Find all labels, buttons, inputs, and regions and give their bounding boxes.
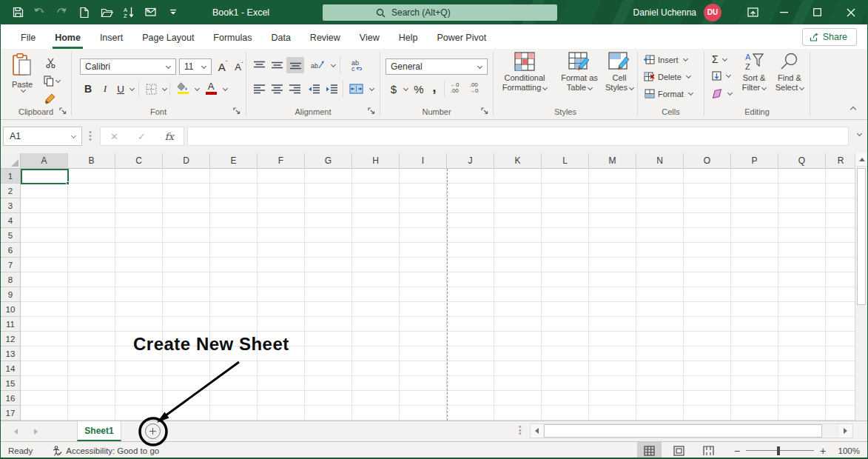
maximize-button[interactable] — [801, 0, 834, 24]
clear-button[interactable] — [711, 89, 732, 98]
clipboard-dialog-launcher[interactable] — [59, 107, 68, 116]
cell-c16[interactable] — [115, 391, 163, 406]
column-header-j[interactable]: J — [447, 153, 494, 169]
cell-c10[interactable] — [115, 302, 163, 317]
cell-o5[interactable] — [684, 228, 731, 243]
email-icon[interactable] — [141, 4, 161, 21]
format-as-table-button[interactable]: Format as Table — [556, 52, 603, 93]
zoom-out-button[interactable]: − — [731, 445, 743, 457]
cell-g2[interactable] — [305, 184, 352, 198]
cell-r11[interactable] — [826, 317, 856, 332]
cell-h5[interactable] — [352, 228, 400, 243]
row-header-8[interactable]: 8 — [1, 272, 21, 287]
cell-o12[interactable] — [684, 332, 731, 346]
cell-f6[interactable] — [258, 243, 305, 258]
cell-p6[interactable] — [731, 243, 778, 258]
insert-cells-button[interactable]: Insert — [644, 55, 687, 64]
alignment-dialog-launcher[interactable] — [368, 107, 377, 116]
cell-q16[interactable] — [778, 391, 826, 406]
cell-h14[interactable] — [352, 361, 400, 376]
scroll-right-arrow[interactable] — [839, 424, 852, 438]
cell-f10[interactable] — [258, 302, 305, 317]
font-size-select[interactable]: 11 — [179, 58, 212, 75]
cell-k8[interactable] — [494, 272, 542, 287]
increase-decimal-button[interactable]: ←0.00 — [450, 82, 459, 94]
column-header-k[interactable]: K — [494, 153, 542, 169]
cell-l7[interactable] — [542, 258, 589, 272]
cell-l15[interactable] — [542, 376, 589, 391]
cell-l1[interactable] — [542, 169, 589, 184]
cell-b10[interactable] — [68, 302, 115, 317]
cell-b1[interactable] — [68, 169, 115, 184]
fill-color-button[interactable] — [175, 81, 190, 96]
cell-k1[interactable] — [494, 169, 542, 184]
row-header-6[interactable]: 6 — [1, 243, 21, 258]
row-header-7[interactable]: 7 — [1, 258, 21, 272]
cell-l12[interactable] — [542, 332, 589, 346]
cell-a16[interactable] — [21, 391, 68, 406]
horizontal-scrollbar[interactable] — [530, 423, 853, 438]
cell-r7[interactable] — [826, 258, 856, 272]
column-header-i[interactable]: I — [400, 153, 447, 169]
borders-menu-chevron[interactable] — [162, 86, 167, 91]
cell-k10[interactable] — [494, 302, 542, 317]
cell-c4[interactable] — [115, 213, 163, 228]
tab-help[interactable]: Help — [389, 27, 428, 49]
formula-input[interactable] — [187, 127, 849, 146]
cell-k12[interactable] — [494, 332, 542, 346]
row-header-14[interactable]: 14 — [1, 361, 21, 376]
cell-p1[interactable] — [731, 169, 778, 184]
cell-j14[interactable] — [447, 361, 494, 376]
cell-q4[interactable] — [778, 213, 826, 228]
cell-b3[interactable] — [68, 198, 115, 213]
cell-g1[interactable] — [305, 169, 352, 184]
cell-f17[interactable] — [258, 406, 305, 421]
cell-m15[interactable] — [589, 376, 636, 391]
tab-scrollbar-splitter[interactable]: ••• — [519, 426, 522, 436]
cell-k13[interactable] — [494, 346, 542, 361]
cell-q13[interactable] — [778, 346, 826, 361]
cell-o3[interactable] — [684, 198, 731, 213]
cell-m3[interactable] — [589, 198, 636, 213]
cell-o8[interactable] — [684, 272, 731, 287]
cell-n8[interactable] — [636, 272, 684, 287]
cell-n7[interactable] — [636, 258, 684, 272]
bottom-align-button[interactable] — [286, 57, 304, 73]
accessibility-status[interactable]: Accessibility: Good to go — [66, 446, 159, 455]
cell-m9[interactable] — [589, 287, 636, 302]
page-layout-view-button[interactable] — [667, 442, 691, 459]
cell-e7[interactable] — [210, 258, 258, 272]
cell-r4[interactable] — [826, 213, 856, 228]
cell-j4[interactable] — [447, 213, 494, 228]
cell-e1[interactable] — [210, 169, 258, 184]
cell-o9[interactable] — [684, 287, 731, 302]
cell-k14[interactable] — [494, 361, 542, 376]
cell-g13[interactable] — [305, 346, 352, 361]
cell-b6[interactable] — [68, 243, 115, 258]
avatar[interactable]: DU — [704, 4, 721, 21]
cell-f3[interactable] — [258, 198, 305, 213]
cell-i2[interactable] — [400, 184, 447, 198]
cell-h10[interactable] — [352, 302, 400, 317]
save-icon[interactable] — [8, 4, 27, 21]
tab-review[interactable]: Review — [300, 27, 350, 49]
tab-insert[interactable]: Insert — [90, 27, 132, 49]
cell-o2[interactable] — [684, 184, 731, 198]
cell-q12[interactable] — [778, 332, 826, 346]
cell-a8[interactable] — [21, 272, 68, 287]
cell-k6[interactable] — [494, 243, 542, 258]
cell-q10[interactable] — [778, 302, 826, 317]
cell-e16[interactable] — [210, 391, 258, 406]
cell-d3[interactable] — [163, 198, 210, 213]
cell-m5[interactable] — [589, 228, 636, 243]
cell-h2[interactable] — [352, 184, 400, 198]
collapse-ribbon-button[interactable] — [850, 107, 856, 113]
cell-c15[interactable] — [115, 376, 163, 391]
cell-q9[interactable] — [778, 287, 826, 302]
cell-m6[interactable] — [589, 243, 636, 258]
cell-l5[interactable] — [542, 228, 589, 243]
column-header-e[interactable]: E — [210, 153, 258, 169]
cell-h4[interactable] — [352, 213, 400, 228]
column-header-a[interactable]: A — [21, 153, 68, 169]
cell-g12[interactable] — [305, 332, 352, 346]
